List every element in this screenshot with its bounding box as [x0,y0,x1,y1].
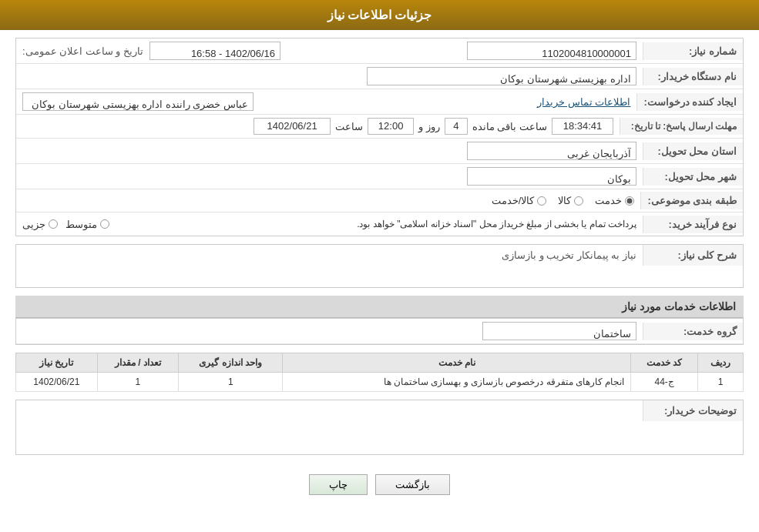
row-province: استان محل تحویل: آذربایجان غربی [16,139,743,164]
deadline-remain-box: 18:34:41 [552,118,613,135]
cell-qty: 1 [97,373,179,392]
announce-label: تاریخ و ساعت اعلان عمومی: [22,45,143,57]
cell-unit: 1 [179,373,283,392]
purchase-radio-partial-circle [49,219,58,229]
province-label: استان محل تحویل: [643,142,743,160]
main-content: شماره نیاز: 1102004810000001 1402/06/16 … [0,30,759,514]
category-label: طبقه بندی موضوعی: [640,192,743,209]
row-creator: ایجاد کننده درخواست: اطلاعات تماس خریدار… [16,89,743,115]
col-name: نام خدمت [283,353,631,373]
service-group-section: گروه خدمت: ساختمان [15,318,744,345]
creator-value: اطلاعات تماس خریدار عباس خضری راننده ادا… [16,89,636,114]
city-value: بوکان [16,164,643,189]
category-radio-goods-circle [574,196,583,206]
need-value: نیاز به پیمانکار تخریب و بازسازی [16,245,643,287]
deadline-days-box: 4 [445,118,468,135]
purchase-radio-partial-label: جزیی [22,219,45,230]
order-number-value: 1102004810000001 [287,38,643,63]
back-button[interactable]: بازگشت [375,474,450,495]
province-box: آذربایجان غربی [467,142,636,160]
service-group-row: گروه خدمت: ساختمان [16,319,743,344]
service-group-label: گروه خدمت: [643,323,743,340]
category-radio-both-circle [537,196,546,206]
purchase-note: پرداخت تمام یا بخشی از مبلغ خریداز محل "… [117,219,636,229]
row-city: شهر محل تحویل: بوکان [16,164,743,189]
page-wrapper: جزئیات اطلاعات نیاز شماره نیاز: 11020048… [0,0,759,532]
cell-code: ج-44 [631,373,698,392]
purchase-row: پرداخت تمام یا بخشی از مبلغ خریداز محل "… [16,216,643,233]
need-label: شرح کلی نیاز: [643,245,743,266]
category-radio-service-label: خدمت [595,195,622,206]
cell-name: انجام کارهای متفرقه درخصوص بازسازی و بهس… [283,373,631,392]
cell-row: 1 [698,373,744,392]
table-row: 1 ج-44 انجام کارهای متفرقه درخصوص بازساز… [16,373,744,392]
order-number-label: شماره نیاز: [643,42,743,60]
deadline-days-label: روز و [418,121,440,132]
col-date: تاریخ نیاز [16,353,98,373]
purchase-radio-partial[interactable]: جزیی [22,219,58,230]
service-section-title: اطلاعات خدمات مورد نیاز [622,300,736,313]
buyer-notes-label: توضیحات خریدار: [643,400,743,421]
row-deadline: مهلت ارسال پاسخ: تا تاریخ: 18:34:41 ساعت… [16,115,743,139]
deadline-remain-label: ساعت باقی مانده [472,121,547,132]
buyer-notes-value [16,400,643,454]
col-qty: تعداد / مقدار [97,353,179,373]
info-section: شماره نیاز: 1102004810000001 1402/06/16 … [15,38,744,236]
print-button[interactable]: چاپ [309,474,368,495]
row-order-announce: شماره نیاز: 1102004810000001 1402/06/16 … [16,38,743,64]
creator-label: ایجاد کننده درخواست: [636,93,743,111]
announce-value-box: 1402/06/16 - 16:58 [149,42,280,60]
category-radio-both[interactable]: کالا/خدمت [492,195,547,206]
deadline-time-label: ساعت [335,121,363,132]
deadline-label: مهلت ارسال پاسخ: تا تاریخ: [620,118,743,135]
deadline-time-box: 12:00 [368,118,414,135]
city-label: شهر محل تحویل: [643,168,743,186]
col-code: کد خدمت [631,353,698,373]
announce-group: 1402/06/16 - 16:58 تاریخ و ساعت اعلان عم… [16,38,287,63]
buyer-org-box: اداره بهزیستی شهرستان بوکان [367,67,636,85]
buttons-row: بازگشت چاپ [15,463,744,507]
purchase-radio-medium-circle [100,219,109,229]
buyer-org-value: اداره بهزیستی شهرستان بوکان [16,64,643,89]
city-box: بوکان [467,167,636,186]
service-group-value: ساختمان [16,319,643,343]
services-table-section: ردیف کد خدمت نام خدمت واحد اندازه گیری ت… [15,353,744,392]
category-radio-service-circle [625,196,634,206]
col-row: ردیف [698,353,744,373]
buyer-notes-section: توضیحات خریدار: [15,400,744,455]
creator-box: عباس خضری راننده اداره بهزیستی شهرستان ب… [22,92,254,111]
row-category: طبقه بندی موضوعی: خدمت کالا کالا/خدمت [16,189,743,212]
service-section-header: اطلاعات خدمات مورد نیاز [15,296,744,318]
deadline-date-box: 1402/06/21 [254,118,331,135]
page-title: جزئیات اطلاعات نیاز [327,8,432,22]
table-header-row: ردیف کد خدمت نام خدمت واحد اندازه گیری ت… [16,353,744,373]
services-table: ردیف کد خدمت نام خدمت واحد اندازه گیری ت… [15,353,744,392]
buyer-org-label: نام دستگاه خریدار: [643,68,743,85]
page-header: جزئیات اطلاعات نیاز [0,0,759,30]
cell-date: 1402/06/21 [16,373,98,392]
order-number-box: 1102004810000001 [467,42,636,60]
category-radio-goods[interactable]: کالا [558,195,583,206]
purchase-radio-medium-label: متوسط [65,219,97,230]
deadline-values: 18:34:41 ساعت باقی مانده 4 روز و 12:00 س… [16,115,620,138]
need-value-text: نیاز به پیمانکار تخریب و بازسازی [502,249,636,261]
col-unit: واحد اندازه گیری [179,353,283,373]
category-radio-service[interactable]: خدمت [595,195,634,206]
category-radio-goods-label: کالا [558,195,571,206]
province-value: آذربایجان غربی [16,139,643,163]
purchase-label: نوع فرآیند خرید: [643,216,743,233]
row-purchase-type: نوع فرآیند خرید: پرداخت تمام یا بخشی از … [16,212,743,236]
purchase-radio-medium[interactable]: متوسط [65,219,109,230]
category-radio-group: خدمت کالا کالا/خدمت [16,192,640,209]
need-section: شرح کلی نیاز: نیاز به پیمانکار تخریب و ب… [15,244,744,288]
category-radio-both-label: کالا/خدمت [492,195,535,206]
service-group-box: ساختمان [482,322,636,340]
row-buyer-org: نام دستگاه خریدار: اداره بهزیستی شهرستان… [16,64,743,89]
contact-link[interactable]: اطلاعات تماس خریدار [537,96,630,108]
